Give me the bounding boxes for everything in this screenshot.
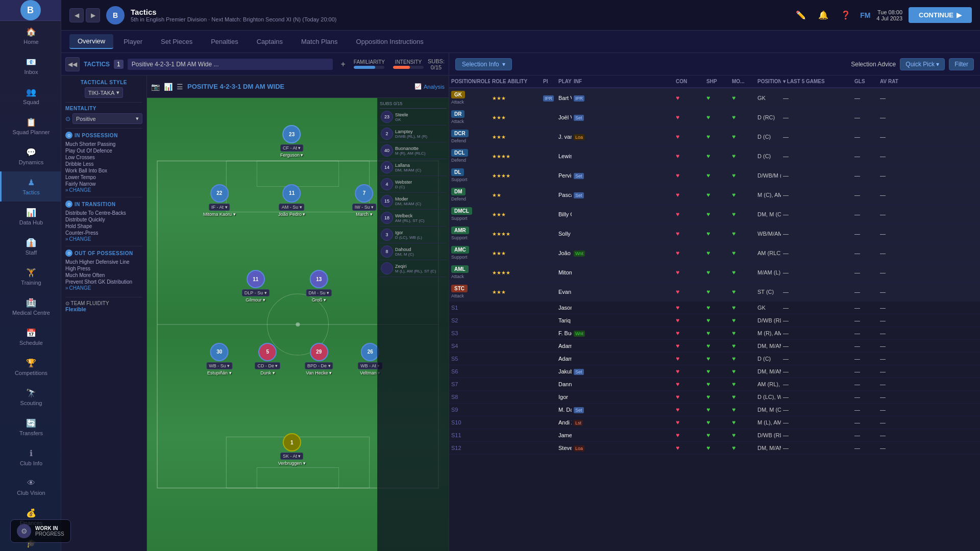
topbar-right: ✏️ 🔔 ❓ FM Tue 08:00 4 Jul 2023 CONTINUE … [793,7,972,23]
back-button[interactable]: ◀ [69,8,84,22]
forward-button[interactable]: ▶ [86,8,100,22]
transition-change-button[interactable]: » CHANGE [65,236,142,242]
selection-advice-button[interactable]: Selection Advice [851,61,896,68]
tab-player[interactable]: Player [115,35,151,48]
wip-badge: ⚙ WORK IN PROGRESS [10,519,71,543]
filter-button[interactable]: Filter [949,58,974,70]
tactical-style-dropdown[interactable]: TIKI-TAKA ▾ [85,87,124,98]
sidebar-item-scouting[interactable]: 🔭 Scouting [0,382,61,412]
table-row[interactable]: DLSupport ★★★★ Pervis Estupiñán Set ♥ ♥ … [449,166,980,185]
sidebar-item-medical[interactable]: 🏥 Medical Centre [0,292,61,322]
sub-zeqiri[interactable]: Zeqiri M (L), AM (RL), ST (C) [380,260,447,277]
player-dm[interactable]: 13 DM - Su ▾ Groß ▾ [306,270,332,303]
sidebar-item-competitions[interactable]: 🏆 Competitions [0,352,61,382]
player-sk[interactable]: 1 SK - At ▾ Verbruggen ▾ [278,433,306,466]
page-title-area: Tactics 5th in English Premier Division … [131,8,337,22]
edit-icon[interactable]: ✏️ [793,7,809,23]
sub-webster[interactable]: 4 Webster D (C) [380,176,447,193]
tactics-collapse-button[interactable]: ◀◀ [65,57,80,71]
tab-captains[interactable]: Captains [249,35,291,48]
sidebar-item-data-hub[interactable]: 📊 Data Hub [0,202,61,232]
player-bpd-r[interactable]: 29 BPD - De ▾ Van Hecke ▾ [305,343,333,375]
sub-lallana[interactable]: 14 Lallana DM, M/AM (C) [380,159,447,176]
analysis-button[interactable]: 📈 Analysis [414,83,445,90]
formation-title[interactable]: POSITIVE 4-2-3-1 DM AM WIDE [187,83,284,90]
table-row[interactable]: STCAttack ★★★ Evan Ferguson ♥ ♥ ♥ ST (C)… [449,282,980,302]
sidebar-item-home[interactable]: 🏠 Home [0,21,61,51]
tab-overview[interactable]: Overview [69,34,113,49]
tab-penalties[interactable]: Penalties [203,35,246,48]
sidebar-item-schedule[interactable]: 📅 Schedule [0,322,61,352]
possession-item-2: Play Out Of Defence [65,147,142,154]
table-row[interactable]: S12 Steven Alzate Loa ♥ ♥ ♥ DM, M/AM (C)… [449,442,980,455]
table-row[interactable]: S11 James Milner ♥ ♥ ♥ D/WB (RL), DM, M … [449,429,980,442]
player-cd[interactable]: 5 CD - De ▾ Dunk ▾ [255,343,280,375]
player-if[interactable]: 22 IF - At ▾ Mitoma Kaoru ▾ [203,184,236,217]
oop-change-button[interactable]: » CHANGE [65,285,142,291]
sub-moder[interactable]: 15 Moder DM, M/AM (C) [380,193,447,210]
table-row[interactable]: GKAttack ★★★ IPR Bart Verbruggen IPR ♥ ♥… [449,88,980,108]
formation-list-icon[interactable]: ☰ [177,83,183,91]
table-row[interactable]: S10 Andi Zeqiri Lst ♥ ♥ ♥ M (L), AM (RL)… [449,416,980,429]
sidebar-item-squad[interactable]: 👥 Squad [0,81,61,111]
table-row[interactable]: AMLAttack ★★★★ Mitoma Kaoru ♥ ♥ ♥ M/AM (… [449,263,980,282]
sidebar-item-squad-planner[interactable]: 📋 Squad Planner [0,111,61,141]
table-row[interactable]: DMDefend ★★ Pascal Groß Set ♥ ♥ ♥ M (C),… [449,185,980,205]
sub-igor[interactable]: 3 Igor D (LC), WB (L) [380,227,447,243]
table-row[interactable]: AMCSupport ★★★ João Pedro Wnt ♥ ♥ ♥ AM (… [449,243,980,263]
player-dlp[interactable]: 11 DLP - Su ▾ Gilmour ▾ [242,270,270,303]
table-row[interactable]: S5 Adam Webster ♥ ♥ ♥ D (C) — — — [449,353,980,365]
sidebar-item-tactics[interactable]: ♟ Tactics [0,171,61,202]
sidebar-item-club-vision[interactable]: 👁 Club Vision [0,472,61,502]
notifications-icon[interactable]: 🔔 [815,7,831,23]
table-row[interactable]: S1 Jason Steele ♥ ♥ ♥ GK — — — [449,302,980,314]
sidebar-item-dynamics[interactable]: 💬 Dynamics [0,141,61,171]
tab-match-plans[interactable]: Match Plans [293,35,346,48]
tab-set-pieces[interactable]: Set Pieces [153,35,201,48]
table-row[interactable]: S7 Danny Welbeck ♥ ♥ ♥ AM (RL), ST (C) —… [449,378,980,391]
table-row[interactable]: AMRSupport ★★★★ Solly March ♥ ♥ ♥ WB/M/A… [449,224,980,243]
tactical-style-section: TACTICAL STYLE TIKI-TAKA ▾ [65,80,142,98]
help-icon[interactable]: ❓ [838,7,854,23]
quick-pick-button[interactable]: Quick Pick ▾ [900,58,945,70]
possession-item-1: Much Shorter Passing [65,141,142,147]
sub-buonanotte[interactable]: 40 Buonanotte M (R), AM (RLC) [380,142,447,159]
table-row[interactable]: S9 M. Dahoud Set ♥ ♥ ♥ DM, M (C) — — — [449,404,980,416]
selection-info-button[interactable]: Selection Info ▾ [455,58,512,70]
sidebar-item-staff[interactable]: 👔 Staff [0,232,61,262]
tab-opposition-instructions[interactable]: Opposition Instructions [348,35,432,48]
club-logo[interactable]: B [20,0,41,20]
sidebar-item-inbox[interactable]: 📧 Inbox [0,51,61,81]
oop-item-4: Prevent Short GK Distribution [65,279,142,285]
sub-dahoud[interactable]: 8 Dahoud DM, M (C) [380,243,447,260]
sidebar-item-transfers[interactable]: 🔄 Transfers [0,412,61,442]
table-row[interactable]: DMCLSupport ★★★ Billy Gilmour ♥ ♥ ♥ DM, … [449,205,980,224]
sub-steele[interactable]: 23 Steele GK [380,109,447,126]
table-row[interactable]: S8 Igor ♥ ♥ ♥ D (LC), WB (L) — — — [449,391,980,404]
table-row[interactable]: S2 Tariq Lamptey ♥ ♥ ♥ D/WB (RL), M (R) … [449,314,980,327]
player-cf[interactable]: 23 CF - At ▾ Ferguson ▾ [280,125,304,158]
sub-welbeck[interactable]: 18 Welbeck AM (RL), ST (C) [380,210,447,227]
table-row[interactable]: DRAttack ★★★ Joël Veltman Set ♥ ♥ ♥ D (R… [449,108,980,127]
formation-name[interactable]: Positive 4-2-3-1 DM AM Wide ... [128,59,333,70]
table-row[interactable]: S3 F. Buonanotte Wnt ♥ ♥ ♥ M (R), AM (RL… [449,327,980,340]
table-row[interactable]: DCRDefend ★★★ J. van Hecke Loa ♥ ♥ ♥ D (… [449,127,980,146]
formation-chart-icon[interactable]: 📊 [164,83,173,91]
table-row[interactable]: DCLDefend ★★★★ Lewis Dunk ♥ ♥ ♥ D (C) — … [449,146,980,166]
player-am[interactable]: 11 AM - Su ▾ João Pedro ▾ [278,184,306,217]
add-tactic-button[interactable]: + [337,60,350,69]
player-wb-l[interactable]: 30 WB - Su ▾ Estupiñán ▾ [206,343,232,375]
possession-change-button[interactable]: » CHANGE [65,187,142,193]
oop-item-3: Much More Often [65,272,142,279]
table-row[interactable]: S6 Jakub Moder Set ♥ ♥ ♥ DM, M/AM (C) — … [449,365,980,378]
mentality-dropdown[interactable]: Positive ▾ [72,113,142,124]
sidebar-item-training[interactable]: 🏋 Training [0,262,61,292]
sidebar-item-club-info[interactable]: ℹ Club Info [0,442,61,472]
oop-item-2: High Press [65,265,142,272]
continue-button[interactable]: CONTINUE ▶ [909,7,972,23]
content-area: ◀◀ TACTICS 1 Positive 4-2-3-1 DM AM Wide… [61,53,980,551]
table-row[interactable]: S4 Adam Lallana ♥ ♥ ♥ DM, M/AM (C) — — — [449,340,980,353]
player-iw-r[interactable]: 7 IW - Su ▾ March ▾ [352,184,377,217]
sub-lamptey[interactable]: 2 Lamptey D/WB (RL), M (R) [380,126,447,142]
formation-photo-icon[interactable]: 📷 [151,83,160,91]
